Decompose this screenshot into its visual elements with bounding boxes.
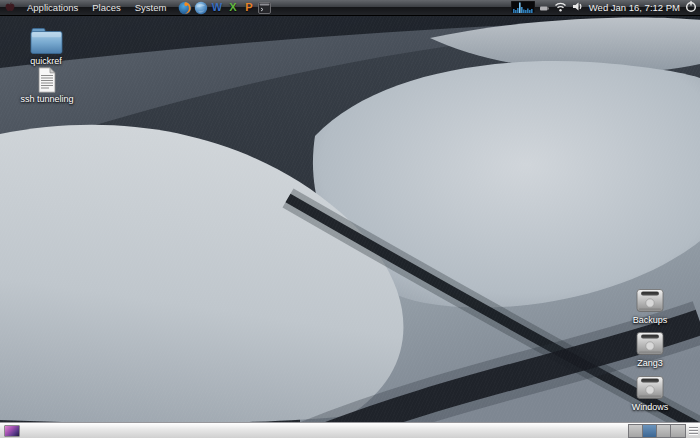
drive-label: Backups — [633, 315, 668, 325]
system-tray: Wed Jan 16, 7:12 PM — [511, 0, 700, 15]
drive-label: Zang3 — [637, 358, 663, 368]
hard-disk-icon — [635, 330, 665, 357]
bottom-panel — [0, 422, 700, 438]
show-desktop-button[interactable] — [3, 424, 20, 437]
workspace-cell[interactable] — [657, 425, 671, 437]
desktop-icon-drive-backups[interactable]: Backups — [614, 287, 686, 325]
powerpoint-glyph: P — [245, 2, 252, 13]
firefox-icon[interactable] — [177, 0, 192, 15]
text-document-icon — [36, 67, 58, 93]
menu-system[interactable]: System — [128, 0, 174, 16]
desktop-screen: Applications Places System — [0, 0, 700, 438]
desktop-wallpaper[interactable] — [0, 16, 700, 422]
workspace-cell[interactable] — [643, 425, 657, 437]
hard-disk-icon — [635, 287, 665, 314]
workspace-cell[interactable] — [671, 425, 685, 437]
desktop-icon-drive-zang3[interactable]: Zang3 — [614, 330, 686, 368]
battery-icon[interactable] — [540, 2, 549, 13]
main-menu-apple-icon[interactable] — [3, 1, 16, 14]
desktop-icon-label: ssh tunneling — [20, 94, 73, 104]
desktop-icon-label: quickref — [30, 56, 62, 66]
show-desktop-icon — [4, 425, 20, 437]
powerpoint-icon[interactable]: P — [241, 0, 256, 15]
workspace-cell[interactable] — [629, 425, 643, 437]
excel-glyph: X — [229, 2, 236, 13]
desktop-icon-ssh-tunneling[interactable]: ssh tunneling — [11, 67, 83, 104]
desktop-icon-quickref[interactable]: quickref — [10, 27, 82, 66]
panel-drag-handle[interactable] — [689, 425, 698, 437]
hard-disk-icon — [635, 374, 665, 401]
wifi-icon[interactable] — [554, 1, 567, 14]
workspace-switcher — [628, 424, 686, 438]
web-browser-icon[interactable] — [193, 0, 208, 15]
folder-icon — [30, 27, 63, 55]
power-icon[interactable] — [685, 0, 697, 15]
volume-icon[interactable] — [572, 1, 584, 14]
terminal-icon[interactable] — [257, 0, 272, 15]
word-glyph: W — [212, 2, 222, 13]
system-monitor-icon[interactable] — [511, 1, 535, 15]
menu-applications[interactable]: Applications — [20, 0, 85, 16]
panel-launchers: W X P — [177, 0, 272, 15]
drive-label: Windows — [632, 402, 669, 412]
top-panel: Applications Places System — [0, 0, 700, 16]
menu-places[interactable]: Places — [85, 0, 128, 16]
excel-icon[interactable]: X — [225, 0, 240, 15]
word-icon[interactable]: W — [209, 0, 224, 15]
panel-clock[interactable]: Wed Jan 16, 7:12 PM — [589, 2, 680, 13]
desktop-icon-drive-windows[interactable]: Windows — [614, 374, 686, 412]
